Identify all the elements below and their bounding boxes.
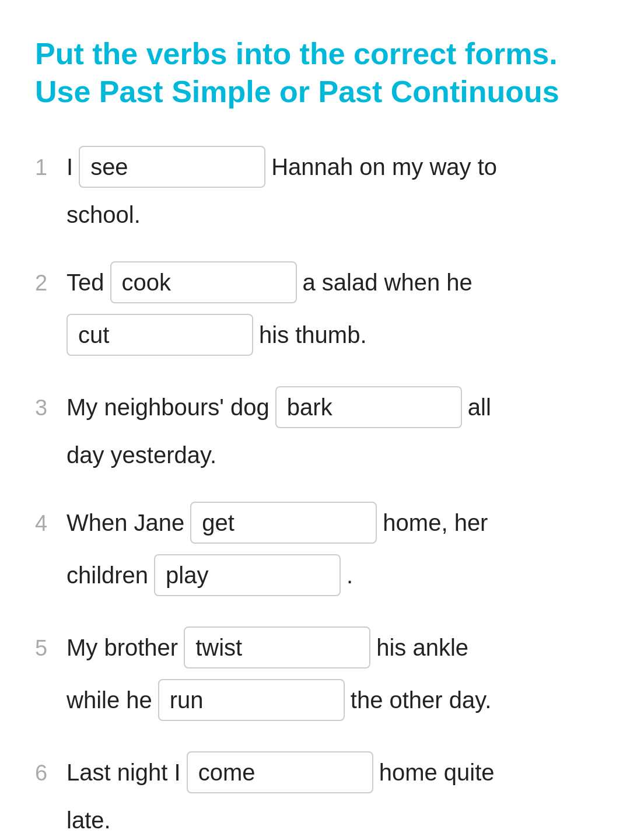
exercise-2-text-0-2: a salad when he xyxy=(303,266,473,299)
exercise-3-text-0-0: My neighbours' dog xyxy=(66,391,270,424)
exercise-1-text-0-2: Hannah on my way to xyxy=(271,150,497,183)
exercise-2-row-0: 2Tedcooka salad when he xyxy=(35,261,595,303)
exercise-5-answer-1-1[interactable]: run xyxy=(158,679,345,721)
exercise-3: 3My neighbours' dogbarkallday yesterday. xyxy=(35,386,595,471)
exercise-1-answer-0-1[interactable]: see xyxy=(79,146,265,188)
exercise-3-row-1: day yesterday. xyxy=(35,439,595,471)
exercise-6-row-1: late. xyxy=(35,804,595,836)
exercises-container: 1IseeHannah on my way toschool.2Tedcooka… xyxy=(35,146,595,836)
exercise-5-text-0-2: his ankle xyxy=(376,631,468,664)
exercise-5-text-1-0: while he xyxy=(66,684,152,716)
title: Put the verbs into the correct forms. Us… xyxy=(35,35,595,111)
exercise-6-answer-0-1[interactable]: come xyxy=(187,751,373,793)
exercise-1: 1IseeHannah on my way toschool. xyxy=(35,146,595,231)
exercise-4-text-1-0: children xyxy=(66,559,148,592)
exercise-2-text-0-0: Ted xyxy=(66,266,104,299)
exercise-3-text-1-0: day yesterday. xyxy=(66,439,216,471)
exercise-4-text-1-2: . xyxy=(346,559,353,592)
exercise-6-text-0-0: Last night I xyxy=(66,756,181,789)
exercise-1-row-1: school. xyxy=(35,198,595,231)
exercise-5-row-0: 5My brothertwisthis ankle xyxy=(35,626,595,668)
exercise-5-text-0-0: My brother xyxy=(66,631,178,664)
exercise-2: 2Tedcooka salad when hecuthis thumb. xyxy=(35,261,595,356)
exercise-2-answer-0-1[interactable]: cook xyxy=(110,261,297,303)
exercise-6-row-0: 6Last night Icomehome quite xyxy=(35,751,595,793)
exercise-number-6: 6 xyxy=(35,758,61,789)
exercise-6-text-0-2: home quite xyxy=(379,756,495,789)
exercise-number-3: 3 xyxy=(35,393,61,424)
exercise-6-text-1-0: late. xyxy=(66,804,111,836)
exercise-5-row-1: while herunthe other day. xyxy=(35,679,595,721)
exercise-number-2: 2 xyxy=(35,268,61,299)
exercise-2-text-1-1: his thumb. xyxy=(259,318,367,351)
exercise-3-answer-0-1[interactable]: bark xyxy=(275,386,462,428)
exercise-2-answer-1-0[interactable]: cut xyxy=(66,314,253,356)
exercise-number-1: 1 xyxy=(35,152,61,183)
exercise-number-4: 4 xyxy=(35,508,61,539)
exercise-4-answer-1-1[interactable]: play xyxy=(154,554,341,596)
exercise-2-row-1: cuthis thumb. xyxy=(35,314,595,356)
exercise-1-text-0-0: I xyxy=(66,150,73,183)
exercise-1-row-0: 1IseeHannah on my way to xyxy=(35,146,595,188)
exercise-4-row-0: 4When Janegethome, her xyxy=(35,502,595,544)
exercise-5-answer-0-1[interactable]: twist xyxy=(184,626,370,668)
exercise-6: 6Last night Icomehome quitelate. xyxy=(35,751,595,836)
exercise-1-text-1-0: school. xyxy=(66,198,141,231)
exercise-5: 5My brothertwisthis anklewhile herunthe … xyxy=(35,626,595,721)
exercise-number-5: 5 xyxy=(35,633,61,664)
exercise-4-answer-0-1[interactable]: get xyxy=(190,502,377,544)
exercise-4: 4When Janegethome, herchildrenplay. xyxy=(35,502,595,596)
exercise-3-text-0-2: all xyxy=(468,391,491,424)
exercise-4-text-0-2: home, her xyxy=(383,506,488,539)
exercise-4-text-0-0: When Jane xyxy=(66,506,184,539)
exercise-3-row-0: 3My neighbours' dogbarkall xyxy=(35,386,595,428)
exercise-5-text-1-2: the other day. xyxy=(351,684,492,716)
exercise-4-row-1: childrenplay. xyxy=(35,554,595,596)
